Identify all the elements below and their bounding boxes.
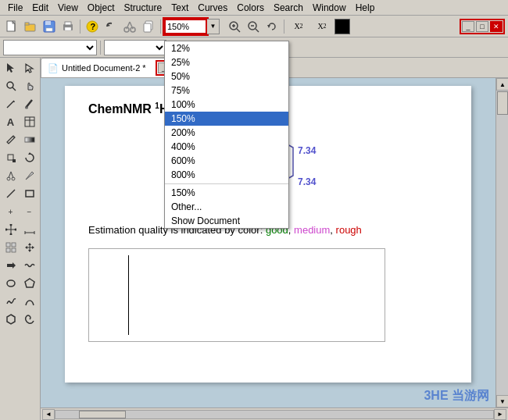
font-select[interactable] <box>104 40 166 55</box>
scroll-down-button[interactable]: ▼ <box>496 395 508 408</box>
tool-select[interactable] <box>2 59 20 77</box>
undo-button[interactable] <box>102 18 120 35</box>
tool-zoom[interactable] <box>2 77 20 94</box>
help-button[interactable]: ? <box>84 18 101 35</box>
tool-gradient[interactable] <box>21 131 38 148</box>
tool-scissors[interactable] <box>2 167 20 184</box>
tool-polygon[interactable] <box>21 275 38 292</box>
tool-rect[interactable] <box>21 185 38 202</box>
menu-file[interactable]: File <box>3 1 27 15</box>
h-scroll-track[interactable] <box>55 410 494 419</box>
scroll-thumb[interactable] <box>497 91 508 115</box>
tool-add-node[interactable]: + <box>2 203 20 220</box>
svg-marker-70 <box>25 279 34 287</box>
zoom-option-800[interactable]: 800% <box>165 168 288 182</box>
tool-del-node[interactable]: − <box>21 203 38 220</box>
svg-rect-41 <box>13 159 16 162</box>
scroll-left-button[interactable]: ◄ <box>42 409 55 420</box>
zoom-reset-button[interactable] <box>263 18 281 35</box>
zoom-out-button[interactable] <box>245 18 262 35</box>
zoom-dropdown-button[interactable]: ▼ <box>207 19 220 34</box>
zoom-option-25[interactable]: 25% <box>165 55 288 69</box>
zoom-input[interactable]: 150% <box>164 19 207 34</box>
svg-rect-58 <box>6 243 10 247</box>
tool-arrow-right[interactable] <box>2 257 20 274</box>
tool-freehand[interactable] <box>2 293 20 310</box>
tool-pencil[interactable] <box>2 95 20 112</box>
tool-hexagon[interactable] <box>2 311 20 328</box>
subscript-x2-button[interactable]: X2 <box>288 18 309 35</box>
svg-rect-60 <box>6 248 10 252</box>
tool-rotate[interactable] <box>21 149 38 166</box>
svg-rect-8 <box>65 22 71 25</box>
menu-search[interactable]: Search <box>269 1 308 15</box>
tool-hand[interactable] <box>21 77 38 94</box>
svg-rect-48 <box>26 190 34 197</box>
tool-node[interactable] <box>21 59 38 77</box>
menu-view[interactable]: View <box>53 1 83 15</box>
superscript-x2-button[interactable]: X2 <box>311 18 333 35</box>
tool-scale[interactable] <box>2 149 20 166</box>
tool-line[interactable] <box>2 185 20 202</box>
menu-help[interactable]: Help <box>351 1 380 15</box>
zoom-option-12[interactable]: 12% <box>165 41 288 55</box>
sep4 <box>100 41 101 55</box>
scroll-track[interactable] <box>496 91 508 395</box>
svg-point-51 <box>9 224 12 226</box>
app-minimize-button[interactable]: _ <box>462 21 474 32</box>
chart-vertical-line <box>128 255 129 335</box>
tool-knife[interactable] <box>21 167 38 184</box>
menu-text[interactable]: Text <box>166 1 193 15</box>
svg-line-30 <box>13 87 16 91</box>
zoom-option-100[interactable]: 100% <box>165 98 288 112</box>
h-scroll-thumb[interactable] <box>79 411 126 418</box>
zoom-in-button[interactable] <box>226 18 243 35</box>
save-button[interactable] <box>41 18 58 35</box>
tool-spiral[interactable] <box>21 311 38 328</box>
tool-ellipse[interactable] <box>2 275 20 292</box>
toolbar: ? 150% ▼ 12% 25% 50% 75% 100% 150% 200% … <box>0 16 508 37</box>
app-maximize-button[interactable]: □ <box>476 21 488 32</box>
zoom-option-show-doc[interactable]: Show Document <box>165 214 288 228</box>
zoom-option-200[interactable]: 200% <box>165 126 288 140</box>
tool-move[interactable] <box>21 239 38 256</box>
zoom-option-150b[interactable]: 150% <box>165 186 288 200</box>
menu-structure[interactable]: Structure <box>120 1 167 15</box>
tool-table[interactable] <box>21 113 38 130</box>
svg-rect-18 <box>144 23 151 32</box>
print-button[interactable] <box>59 18 77 35</box>
app-close-button[interactable]: ✕ <box>490 21 503 32</box>
menu-curves[interactable]: Curves <box>193 1 232 15</box>
tool-brush[interactable] <box>21 95 38 112</box>
zoom-option-50[interactable]: 50% <box>165 69 288 84</box>
scroll-right-button[interactable]: ► <box>494 409 506 420</box>
tool-grid[interactable] <box>2 239 20 256</box>
tool-eyedropper[interactable] <box>2 131 20 148</box>
open-button[interactable] <box>22 18 39 35</box>
copy-button[interactable] <box>140 18 157 35</box>
cut-button[interactable] <box>121 18 138 35</box>
tool-bezier[interactable] <box>21 293 38 310</box>
zoom-option-75[interactable]: 75% <box>165 84 288 98</box>
zoom-option-400[interactable]: 400% <box>165 140 288 154</box>
menu-window[interactable]: Window <box>308 1 351 15</box>
tool-wave[interactable] <box>21 257 38 274</box>
tool-dimension[interactable] <box>21 221 38 238</box>
menu-edit[interactable]: Edit <box>27 1 53 15</box>
menu-object[interactable]: Object <box>83 1 120 15</box>
sep3 <box>284 20 284 34</box>
tools-panel: A <box>0 58 41 420</box>
new-button[interactable] <box>3 18 20 35</box>
quality-rough-label: rough <box>336 224 362 236</box>
tool-connector[interactable] <box>2 221 20 238</box>
zoom-option-600[interactable]: 600% <box>165 154 288 168</box>
zoom-option-other[interactable]: Other... <box>165 200 288 214</box>
style-select[interactable] <box>3 40 97 55</box>
zoom-option-150[interactable]: 150% <box>165 112 288 126</box>
scroll-up-button[interactable]: ▲ <box>496 78 508 91</box>
fill-color-button[interactable] <box>334 19 350 34</box>
svg-marker-68 <box>7 262 16 269</box>
menu-colors[interactable]: Colors <box>232 1 269 15</box>
tool-text[interactable]: A <box>2 113 20 130</box>
svg-rect-40 <box>8 155 13 160</box>
